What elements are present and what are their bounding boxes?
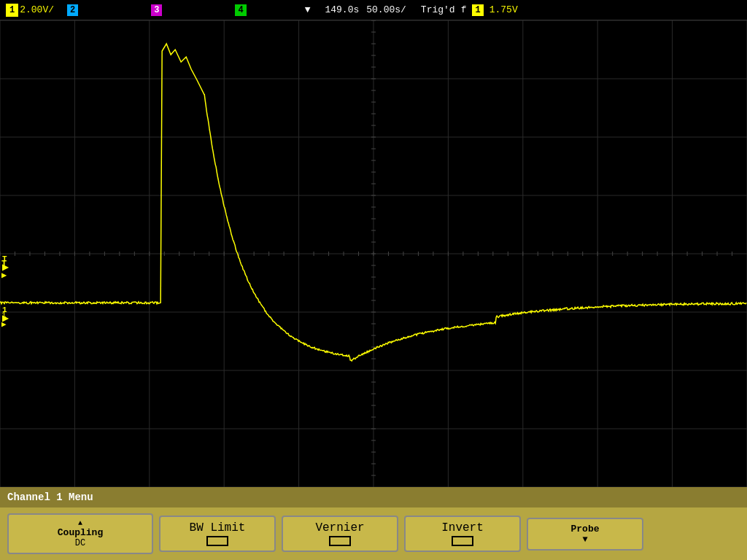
bottom-menu: Channel 1 Menu ▲ Coupling DC BW Limit Ve… [0,487,747,560]
ch1-ground-marker: T▶ [1,260,7,281]
wave-canvas [0,20,747,487]
ch1-scale: 2.00V/ [20,4,54,15]
ch1-badge: 1 [6,4,18,17]
coupling-value: DC [75,538,85,548]
ch2-badge: 2 [67,4,78,16]
ch4-badge: 4 [235,4,246,16]
trig-status: Trig'd [421,4,455,15]
soft-buttons: ▲ Coupling DC BW Limit Vernier Invert Pr… [0,508,747,560]
channel-label-bar: Channel 1 Menu [0,487,747,508]
vernier-button[interactable]: Vernier [282,516,398,552]
probe-arrow: ▼ [582,534,587,545]
bw-limit-indicator [206,536,228,546]
vernier-indicator [329,536,351,546]
ch1-pos-marker: 1▶ [1,311,7,329]
vernier-label: Vernier [315,521,364,534]
bw-limit-button[interactable]: BW Limit [159,516,276,552]
invert-indicator [452,536,473,546]
trigger-arrow: ▼ [305,4,311,15]
coupling-label: Coupling [58,527,103,538]
invert-button[interactable]: Invert [404,516,521,552]
time-scale: 50.00s/ [366,4,406,15]
top-bar: 1 2.00V/ 2 3 4 ▼ 149.0s 50.00s/ Trig'd f… [0,0,747,20]
coupling-button[interactable]: ▲ Coupling DC [7,513,153,554]
oscilloscope: 1 2.00V/ 2 3 4 ▼ 149.0s 50.00s/ Trig'd f… [0,0,747,560]
probe-label: Probe [570,524,599,534]
ch3-badge: 3 [151,4,162,16]
invert-label: Invert [441,521,484,534]
probe-button[interactable]: Probe ▼ [527,518,643,551]
time-position: 149.0s [325,4,359,15]
channel-menu-title: Channel 1 Menu [7,491,93,503]
trig-symbol: f [461,4,467,15]
display-area: T▶ 1▶ [0,20,747,487]
bw-limit-label: BW Limit [190,521,246,534]
trig-ch-badge: 1 [472,4,483,16]
coupling-arrow: ▲ [78,519,82,527]
trig-level: 1.75V [489,4,518,15]
